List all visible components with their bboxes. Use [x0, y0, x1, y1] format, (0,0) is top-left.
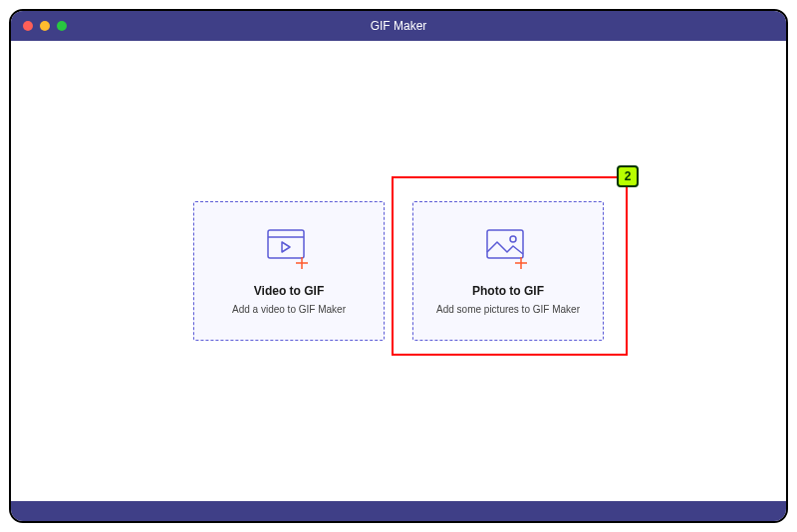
maximize-button[interactable]	[57, 21, 67, 31]
content-area: Video to GIF Add a video to GIF Maker Ph…	[11, 41, 786, 501]
svg-point-6	[510, 236, 516, 242]
window-title: GIF Maker	[371, 19, 427, 33]
svg-marker-2	[282, 242, 290, 252]
video-card-title: Video to GIF	[254, 284, 324, 298]
minimize-button[interactable]	[40, 21, 50, 31]
bottombar	[11, 501, 786, 521]
video-card-subtitle: Add a video to GIF Maker	[232, 304, 346, 315]
app-window: GIF Maker Video to GIF Add a video to GI…	[9, 9, 788, 523]
photo-card-title: Photo to GIF	[472, 284, 544, 298]
svg-rect-5	[487, 230, 523, 258]
photo-to-gif-card[interactable]: Photo to GIF Add some pictures to GIF Ma…	[412, 201, 604, 341]
close-button[interactable]	[23, 21, 33, 31]
photo-card-subtitle: Add some pictures to GIF Maker	[436, 304, 580, 315]
titlebar: GIF Maker	[11, 11, 786, 41]
photo-add-icon	[485, 228, 531, 270]
video-add-icon	[266, 228, 312, 270]
video-to-gif-card[interactable]: Video to GIF Add a video to GIF Maker	[193, 201, 385, 341]
traffic-lights	[23, 21, 67, 31]
annotation-badge: 2	[617, 165, 639, 187]
